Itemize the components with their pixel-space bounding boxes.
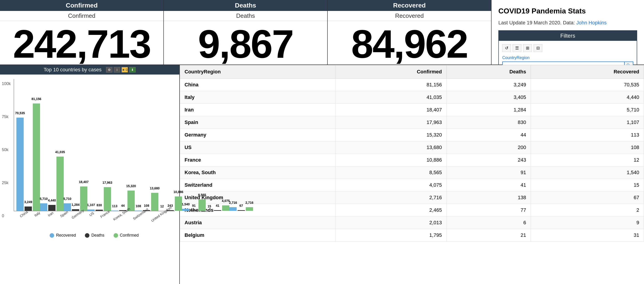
- col-header-country: CountryRegion: [180, 65, 336, 79]
- chart-icon-toolbar: ⚙ i ★ 0 ⬇: [106, 67, 136, 72]
- bar-recovered: 1,540: [182, 209, 189, 211]
- table-cell-deaths: 44: [446, 129, 531, 141]
- table-cell-confirmed: 41,035: [335, 91, 446, 104]
- recovered-title: Recovered: [328, 0, 491, 11]
- table-cell-confirmed: 17,963: [335, 116, 446, 129]
- legend-recovered-dot: [50, 233, 54, 238]
- reset-filter-button[interactable]: ↺: [502, 44, 511, 52]
- recovered-card: Recovered Recovered 84,962: [328, 0, 492, 65]
- table-cell-confirmed: 18,407: [335, 104, 446, 116]
- table-cell-country: France: [180, 154, 336, 166]
- table-row: Germany15,32044113: [180, 129, 644, 141]
- table-cell-recovered: 15: [531, 179, 644, 191]
- y-label-100k: 100k: [2, 81, 11, 86]
- table-cell-recovered: 4,440: [531, 91, 644, 104]
- bar-group: 5,7104,44041,035: [40, 157, 64, 211]
- bar-confirmed: 4,075: [222, 205, 230, 211]
- table-cell-country: Belgium: [180, 229, 336, 242]
- y-label-0: 0: [2, 214, 4, 218]
- table-cell-confirmed: 13,680: [335, 141, 446, 154]
- bar-recovered: 113: [111, 211, 118, 211]
- table-row: Austria2,01369: [180, 217, 644, 229]
- table-row: Iran18,4071,2845,710: [180, 104, 644, 116]
- table-row: China81,1563,24970,535: [180, 79, 644, 91]
- bar-group: 2,716672,716: [230, 207, 253, 211]
- table-cell-deaths: 3,249: [446, 79, 531, 91]
- list-view-button[interactable]: ☰: [513, 44, 521, 52]
- bar-confirmed: 8,565: [198, 199, 206, 211]
- table-cell-recovered: 1,107: [531, 116, 644, 129]
- table-cell-confirmed: 4,075: [335, 179, 446, 191]
- table-panel: CountryRegion Confirmed Deaths Recovered…: [180, 65, 644, 284]
- chart-title: Top 10 countries by cases: [44, 67, 102, 73]
- confirmed-value: 242,713: [0, 21, 164, 67]
- bar-confirmed: 81,156: [33, 103, 40, 211]
- bar-confirmed: 2,716: [246, 207, 253, 211]
- table-cell-deaths: 138: [446, 191, 531, 204]
- grid-view-button[interactable]: ⊞: [523, 44, 532, 52]
- country-table: CountryRegion Confirmed Deaths Recovered…: [180, 65, 644, 242]
- col-header-deaths: Deaths: [446, 65, 531, 79]
- bar-deaths: 67: [238, 210, 245, 211]
- chart-star-button[interactable]: ★ 0: [122, 67, 128, 72]
- table-cell-country: Italy: [180, 91, 336, 104]
- table-cell-country: China: [180, 79, 336, 91]
- table-cell-deaths: 200: [446, 141, 531, 154]
- confirmed-card: Confirmed Confirmed 242,713: [0, 0, 164, 65]
- recovered-subheader: Recovered: [328, 11, 491, 21]
- table-cell-deaths: 243: [446, 154, 531, 166]
- table-cell-country: Korea, South: [180, 166, 336, 179]
- data-source-link[interactable]: John Hopkins: [576, 20, 606, 26]
- table-cell-recovered: 9: [531, 217, 644, 229]
- table-row: Korea, South8,565911,540: [180, 166, 644, 179]
- bar-confirmed: 18,407: [80, 186, 88, 211]
- table-cell-deaths: 41: [446, 179, 531, 191]
- table-cell-confirmed: 10,886: [335, 154, 446, 166]
- table-cell-recovered: 70,535: [531, 79, 644, 91]
- table-cell-recovered: 5,710: [531, 104, 644, 116]
- table-cell-recovered: 67: [531, 191, 644, 204]
- table-row: US13,680200108: [180, 141, 644, 154]
- filters-header: Filters: [499, 31, 637, 41]
- col-header-recovered: Recovered: [531, 65, 644, 79]
- legend-deaths-dot: [85, 233, 90, 238]
- chart-info-button[interactable]: i: [114, 67, 120, 72]
- table-cell-confirmed: 2,013: [335, 217, 446, 229]
- recovered-value: 84,962: [328, 21, 491, 67]
- bar-confirmed: 13,680: [151, 193, 158, 211]
- chart-export-button[interactable]: ⬇: [129, 67, 136, 72]
- country-filter-label: CountryRegion: [502, 55, 633, 60]
- legend-deaths-label: Deaths: [91, 233, 104, 238]
- table-cell-country: Switzerland: [180, 179, 336, 191]
- table-cell-country: US: [180, 141, 336, 154]
- bar-chart: 70,5353,24981,1565,7104,44041,0355,7101,…: [14, 79, 175, 211]
- table-row: Belgium1,7952131: [180, 229, 644, 242]
- x-axis-labels: ChinaItalyIranSpainGermanyUSFranceKorea,…: [14, 212, 175, 231]
- update-text: Last Update 19 March 2020. Data: John Ho…: [498, 20, 637, 26]
- table-row: Switzerland4,0754115: [180, 179, 644, 191]
- bar-recovered: 108: [135, 211, 142, 211]
- bar-group: 1,540918,565: [182, 199, 206, 211]
- bar-deaths: 1,284: [72, 209, 79, 211]
- col-header-confirmed: Confirmed: [335, 65, 446, 79]
- table-cell-confirmed: 81,156: [335, 79, 446, 91]
- table-cell-deaths: 1,284: [446, 104, 531, 116]
- bar-deaths: 41: [214, 210, 221, 211]
- table-cell-country: Iran: [180, 104, 336, 116]
- table-cell-confirmed: 15,320: [335, 129, 446, 141]
- deaths-card: Deaths Deaths 9,867: [164, 0, 328, 65]
- tile-view-button[interactable]: ⊟: [534, 44, 542, 52]
- legend-recovered-label: Recovered: [56, 233, 76, 238]
- table-row: Spain17,9638301,107: [180, 116, 644, 129]
- bar-group: 1,10783017,963: [88, 187, 111, 211]
- bar-confirmed: 10,886: [175, 197, 182, 211]
- chart-panel: Top 10 countries by cases ⚙ i ★ 0 ⬇ 100k…: [0, 65, 180, 284]
- confirmed-title: Confirmed: [0, 0, 164, 11]
- bar-confirmed: 17,963: [104, 187, 111, 211]
- table-cell-confirmed: 8,565: [335, 166, 446, 179]
- table-cell-deaths: 3,405: [446, 91, 531, 104]
- bar-recovered: 70,535: [16, 118, 24, 211]
- chart-settings-button[interactable]: ⚙: [106, 67, 112, 72]
- legend-confirmed: Confirmed: [114, 233, 139, 238]
- bar-recovered: 2,716: [230, 207, 237, 211]
